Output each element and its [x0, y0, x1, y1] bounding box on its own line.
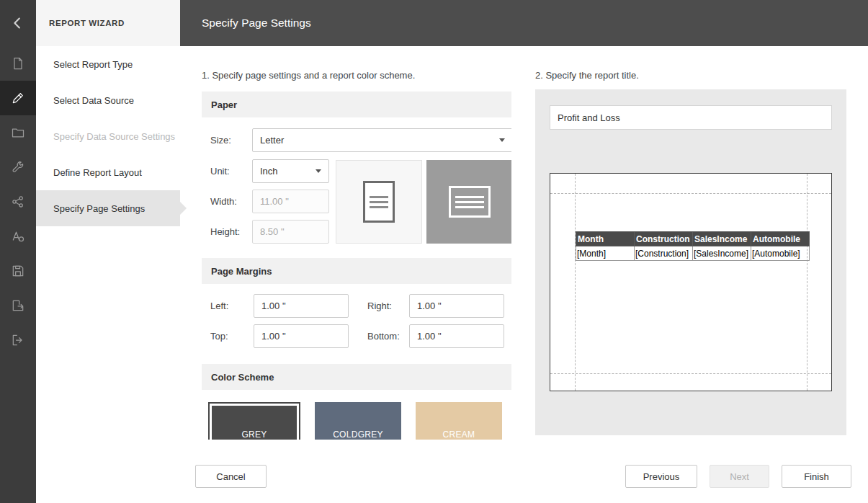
margin-guide-right [807, 174, 807, 391]
preview-col-header: SalesIncome [693, 232, 751, 246]
save-as-button[interactable] [0, 288, 36, 323]
wizard-nav-title: REPORT WIZARD [36, 0, 180, 46]
app-toolbar [0, 0, 36, 503]
step-1-title: 1. Specify page settings and a report co… [202, 70, 415, 81]
preview-table: Month Construction SalesIncome Automobil… [576, 231, 810, 261]
swatch-grey[interactable]: GREY [208, 402, 300, 440]
nav-item-define-report-layout[interactable]: Define Report Layout [36, 154, 180, 190]
preview-col-header: Construction [635, 232, 693, 246]
chevron-left-icon [10, 15, 26, 31]
margin-right-label: Right: [367, 294, 392, 318]
wrench-icon [11, 160, 25, 174]
height-label: Height: [210, 220, 240, 244]
next-button: Next [710, 465, 769, 488]
preview-col-header: Month [576, 232, 635, 246]
data-source-button[interactable] [0, 184, 36, 219]
margin-left-label: Left: [210, 294, 228, 318]
unit-value: Inch [260, 166, 310, 177]
new-report-button[interactable] [0, 46, 36, 81]
unit-label: Unit: [210, 159, 230, 183]
back-button[interactable] [0, 0, 36, 46]
preview-panel: Month Construction SalesIncome Automobil… [535, 89, 846, 435]
floppy-arrow-icon [11, 298, 25, 313]
margin-top-input[interactable] [254, 324, 349, 348]
swatch-cream-label: CREAM [443, 429, 475, 440]
nav-item-select-report-type[interactable]: Select Report Type [36, 46, 180, 82]
chevron-down-icon [499, 138, 505, 142]
swatch-cream[interactable]: CREAM [416, 402, 502, 440]
tools-button[interactable] [0, 150, 36, 184]
preview-cell: [SalesIncome] [693, 246, 751, 261]
paper-size-value: Letter [260, 135, 493, 146]
swatch-cream-fill: CREAM [416, 402, 502, 440]
paper-section-header: Paper [202, 92, 511, 117]
swatch-coldgrey-label: COLDGREY [333, 429, 383, 440]
folder-icon [11, 125, 25, 140]
margin-right-input[interactable] [409, 294, 504, 318]
preview-table-data-row: [Month] [Construction] [SalesIncome] [Au… [576, 246, 810, 261]
page-title: Specify Page Settings [202, 17, 311, 30]
margin-guide-left [575, 174, 576, 391]
exit-icon [11, 333, 25, 347]
swatch-coldgrey-fill: COLDGREY [315, 402, 401, 440]
swatch-grey-fill: GREY [212, 406, 297, 440]
portrait-page-icon [363, 181, 395, 223]
margin-left-input[interactable] [254, 294, 349, 318]
exit-button[interactable] [0, 323, 36, 357]
previous-button[interactable]: Previous [625, 465, 697, 488]
nav-item-specify-page-settings[interactable]: Specify Page Settings [36, 190, 180, 226]
margin-guide-bottom [550, 373, 831, 374]
swatch-grey-label: GREY [241, 429, 267, 440]
floppy-icon [11, 264, 25, 278]
preview-cell: [Automobile] [751, 246, 810, 261]
localization-button[interactable] [0, 219, 36, 254]
paper-size-select[interactable]: Letter [252, 128, 511, 152]
nav-item-specify-data-source-settings: Specify Data Source Settings [36, 118, 180, 154]
page-settings-panel: 1. Specify page settings and a report co… [202, 46, 511, 440]
preview-col-header: Automobile [751, 232, 810, 246]
document-icon [11, 56, 25, 71]
margins-section-header: Page Margins [202, 258, 511, 284]
pencil-design-icon [11, 91, 25, 105]
data-nodes-icon [11, 195, 25, 209]
chevron-down-icon [316, 169, 321, 173]
preview-cell: [Month] [576, 246, 635, 261]
width-input [252, 190, 329, 213]
finish-button[interactable]: Finish [782, 465, 851, 488]
save-button[interactable] [0, 254, 36, 288]
report-title-input[interactable] [550, 105, 832, 130]
step-2-title: 2. Specify the report title. [535, 70, 639, 81]
report-title-panel: 2. Specify the report title. Month Const… [535, 46, 846, 440]
localization-icon [11, 229, 25, 244]
width-label: Width: [210, 190, 237, 213]
landscape-page-icon [449, 186, 491, 218]
orientation-portrait-button[interactable] [336, 160, 422, 244]
margin-top-label: Top: [210, 324, 228, 348]
preview-cell: [Construction] [635, 246, 693, 261]
margin-bottom-input[interactable] [409, 324, 504, 348]
margin-guide-top [550, 193, 831, 194]
orientation-landscape-button[interactable] [426, 160, 511, 244]
cancel-button[interactable]: Cancel [195, 465, 267, 488]
swatch-coldgrey[interactable]: COLDGREY [315, 402, 401, 440]
wizard-nav: REPORT WIZARD Select Report Type Select … [36, 0, 180, 503]
margin-bottom-label: Bottom: [367, 324, 400, 348]
unit-select[interactable]: Inch [252, 159, 329, 183]
open-report-button[interactable] [0, 115, 36, 150]
page-header: Specify Page Settings [180, 0, 868, 46]
color-scheme-section-header: Color Scheme [202, 364, 511, 390]
report-page-preview: Month Construction SalesIncome Automobil… [550, 173, 832, 391]
nav-item-select-data-source[interactable]: Select Data Source [36, 82, 180, 118]
height-input [252, 220, 329, 244]
report-designer-button[interactable] [0, 81, 36, 115]
preview-table-header-row: Month Construction SalesIncome Automobil… [576, 232, 810, 246]
size-label: Size: [210, 128, 231, 152]
